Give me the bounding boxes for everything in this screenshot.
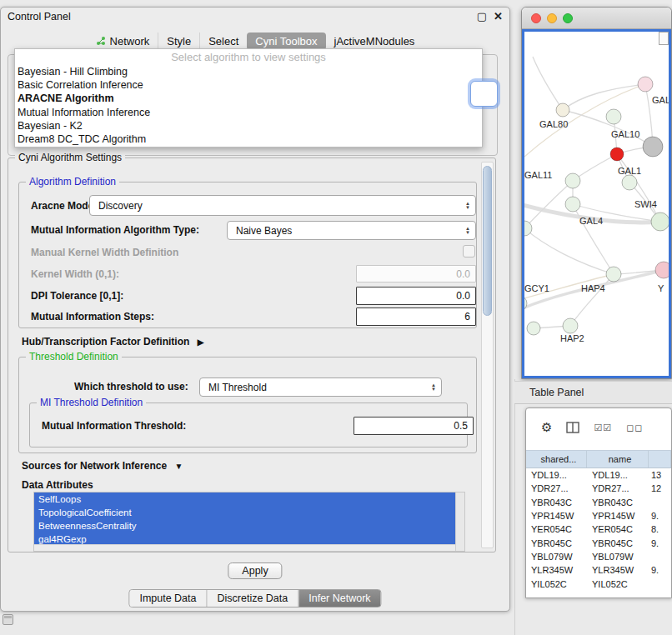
algorithm-combo-stepper[interactable] [470,81,498,107]
algorithm-definition-group: Algorithm Definition Aracne Mode: Discov… [18,182,477,328]
network-node[interactable] [556,103,569,117]
cell[interactable]: YBL079W [526,552,587,562]
minimize-traffic-light-icon[interactable] [547,13,557,23]
which-threshold-combo[interactable]: MI Threshold ▲▼ [199,378,442,397]
network-icon [96,36,106,46]
cell[interactable]: 9. [649,565,671,575]
mi-threshold-field[interactable] [354,417,474,435]
cell[interactable]: YBR045C [587,538,649,548]
apply-button[interactable]: Apply [228,562,282,579]
tab-select[interactable]: Select [199,32,247,50]
cell[interactable]: YBR045C [526,538,587,548]
settings-scrollbar-thumb[interactable] [483,166,492,316]
network-node[interactable] [527,322,540,335]
column-selector-icon[interactable] [566,422,579,433]
network-edge [563,84,645,110]
table-row[interactable]: YLR345W YLR345W 9. [526,563,671,577]
cell[interactable]: YLR345W [587,565,649,575]
cell[interactable]: YER054C [526,524,587,534]
canvas-corner-widget[interactable] [659,32,669,45]
menu-item[interactable]: Bayesian - K2 [15,119,482,132]
cell[interactable]: 8. [649,524,671,534]
menu-item[interactable]: Bayesian - Hill Climbing [15,65,482,78]
close-traffic-light-icon[interactable] [531,13,541,23]
cell[interactable]: 13 [649,470,671,480]
menu-item-selected[interactable]: ARACNE Algorithm [15,92,482,105]
table-row[interactable]: YBL079W YBL079W [526,550,671,563]
tab-network[interactable]: Network [88,32,158,50]
menu-item[interactable]: Basic Correlation Inference [15,78,482,92]
table-row[interactable]: YIL052C YIL052C [526,577,671,590]
deselect-all-icon[interactable]: ◻◻ [626,422,643,433]
select-all-icon[interactable]: ☑☑ [594,422,612,433]
cell[interactable]: YDR27... [526,483,587,493]
tab-style[interactable]: Style [158,32,199,50]
tab-cyni-toolbox[interactable]: Cyni Toolbox [247,32,325,50]
list-item[interactable]: TopologicalCoefficient [34,506,455,519]
dpi-tolerance-field[interactable] [356,287,476,305]
network-node-gal4[interactable] [565,197,580,212]
list-item[interactable]: SelfLoops [34,492,455,506]
close-icon[interactable]: ✕ [494,10,503,22]
network-view-window: GAL GAL80 GAL10 GAL1 GAL11 SWI4 GAL4 HAP… [521,7,672,379]
group-legend: Algorithm Definition [26,176,119,188]
network-node-y[interactable] [655,262,670,278]
cell[interactable]: 9. [649,538,671,548]
mi-steps-label: Mutual Information Steps: [31,311,154,322]
mi-steps-field[interactable] [356,308,476,326]
cell[interactable]: YBL079W [587,552,649,562]
table-row[interactable]: YPR145W YPR145W 9. [526,509,671,522]
table-row[interactable]: YDR27... YDR27... 12 [526,482,671,495]
float-window-icon[interactable]: ▢ [477,10,487,22]
network-node-gal11[interactable] [565,173,580,188]
settings-scrollbar[interactable] [481,162,494,548]
network-node-gal10[interactable] [643,137,663,157]
control-panel-title: Control Panel [8,11,71,22]
cell[interactable]: 12 [649,483,671,493]
tab-infer-network[interactable]: Infer Network [298,590,380,607]
cell[interactable]: YLR345W [526,565,587,575]
cell[interactable]: YDL19... [587,470,649,480]
hub-definition-expander[interactable]: Hub/Transcription Factor Definition ▶ [22,336,203,348]
cell[interactable]: YIL052C [587,579,649,589]
network-node-hap4[interactable] [606,267,621,282]
tab-discretize-data[interactable]: Discretize Data [207,590,298,607]
tab-impute-data[interactable]: Impute Data [129,590,206,607]
cell[interactable]: YIL052C [526,579,587,589]
column-header-name[interactable]: name [587,451,649,468]
cell[interactable]: YDR27... [587,483,649,493]
table-row[interactable]: YBR045C YBR045C 9. [526,536,671,549]
cell[interactable]: YPR145W [526,511,587,521]
network-canvas[interactable]: GAL GAL80 GAL10 GAL1 GAL11 SWI4 GAL4 HAP… [522,29,671,378]
cell[interactable]: YPR145W [587,511,649,521]
table-row[interactable]: YBR043C YBR043C [526,496,671,509]
network-node-swi4[interactable] [651,212,669,231]
aracne-mode-combo[interactable]: Discovery ▲▼ [89,195,476,216]
cell[interactable]: YBR043C [587,498,649,508]
panel-restore-icon[interactable] [3,614,13,625]
list-item[interactable]: BetweennessCentrality [34,519,455,532]
menu-item[interactable]: Dream8 DC_TDC Algorithm [15,132,482,146]
zoom-traffic-light-icon[interactable] [563,13,573,23]
list-horizontal-scrollbar[interactable] [34,544,455,551]
cell[interactable]: YER054C [587,524,649,534]
table-row[interactable]: YER054C YER054C 8. [526,522,671,536]
cell[interactable]: YBR043C [526,498,587,508]
cell[interactable]: YDL19... [526,470,587,480]
node-label: HAP2 [560,333,584,343]
network-node-gal1[interactable] [610,148,624,161]
network-node-hap2[interactable] [563,318,578,333]
sources-expander[interactable]: Sources for Network Inference ▼ [22,460,183,472]
table-row[interactable]: YDL19... YDL19... 13 [526,468,671,482]
network-node-gal80[interactable] [606,109,621,124]
tab-jactivemnodules[interactable]: jActiveMNodules [326,32,424,50]
list-vertical-scrollbar[interactable] [455,492,464,551]
gear-icon[interactable]: ⚙ [541,420,552,435]
network-node-gal[interactable] [638,77,653,92]
mi-type-combo[interactable]: Naive Bayes ▲▼ [227,221,476,240]
network-node[interactable] [622,175,637,190]
column-header[interactable] [649,451,671,468]
cell[interactable]: 9. [649,511,671,521]
column-header-shared[interactable]: shared... [526,451,587,468]
menu-item[interactable]: Mutual Information Inference [15,106,482,119]
